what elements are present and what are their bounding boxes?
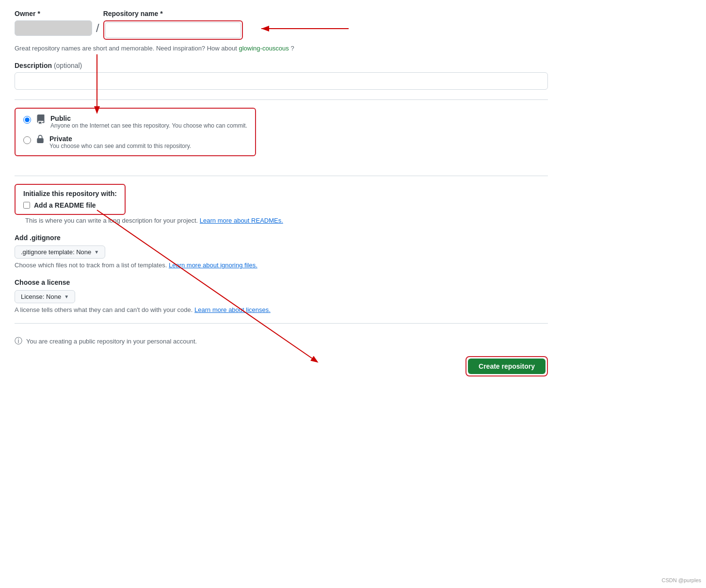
gitignore-section: Add .gitignore .gitignore template: None… — [15, 234, 548, 269]
license-dropdown[interactable]: License: None ▼ — [15, 290, 75, 303]
info-icon: ⓘ — [15, 336, 22, 346]
description-section: Description (optional) — [15, 62, 548, 90]
owner-input[interactable] — [15, 20, 92, 36]
visibility-section: Public Anyone on the Internet can see th… — [15, 108, 256, 156]
chevron-down-icon: ▼ — [94, 249, 99, 255]
chevron-down-icon-2: ▼ — [64, 294, 69, 299]
arrow-to-repo — [257, 21, 353, 36]
license-section: Choose a license License: None ▼ A licen… — [15, 278, 548, 313]
public-radio[interactable] — [23, 116, 31, 124]
initialize-title: Initialize this repository with: — [23, 190, 117, 197]
private-title: Private — [49, 135, 191, 143]
divider-3 — [15, 323, 548, 324]
gitignore-desc: Choose which files not to track from a l… — [15, 261, 548, 269]
slash-divider: / — [96, 21, 99, 35]
readme-label: Add a README file — [34, 201, 96, 209]
repo-name-label: Repository name * — [103, 10, 243, 17]
license-desc: A license tells others what they can and… — [15, 306, 548, 313]
notice-section: ⓘ You are creating a public repository i… — [15, 331, 548, 346]
public-option: Public Anyone on the Internet can see th… — [23, 114, 247, 129]
lock-icon — [36, 135, 45, 146]
repo-name-input[interactable] — [105, 22, 241, 38]
description-optional: (optional) — [54, 62, 82, 69]
private-option: Private You choose who can see and commi… — [23, 135, 247, 149]
private-text: Private You choose who can see and commi… — [49, 135, 191, 149]
gitignore-link[interactable]: Learn more about ignoring files. — [169, 261, 257, 269]
repo-name-input-wrapper — [103, 20, 243, 40]
private-desc: You choose who can see and commit to thi… — [49, 143, 191, 149]
readme-checkbox[interactable] — [23, 202, 30, 209]
create-btn-wrapper: Create repository — [465, 356, 548, 376]
suggestion-text: Great repository names are short and mem… — [15, 45, 548, 52]
repo-icon — [36, 114, 46, 127]
create-section: Create repository — [15, 356, 548, 376]
public-title: Public — [50, 114, 247, 122]
description-label: Description (optional) — [15, 62, 548, 69]
readme-link[interactable]: Learn more about READMEs. — [200, 217, 283, 224]
private-radio[interactable] — [23, 136, 31, 144]
gitignore-title: Add .gitignore — [15, 234, 548, 242]
public-text: Public Anyone on the Internet can see th… — [50, 114, 247, 129]
license-title: Choose a license — [15, 278, 548, 286]
divider-2 — [15, 176, 548, 176]
readme-option: Add a README file — [23, 201, 117, 209]
public-desc: Anyone on the Internet can see this repo… — [50, 122, 247, 129]
initialize-section: Initialize this repository with: Add a R… — [15, 184, 548, 224]
owner-label: Owner * — [15, 10, 92, 17]
notice-text: You are creating a public repository in … — [26, 338, 197, 345]
create-repository-button[interactable]: Create repository — [468, 359, 546, 374]
initialize-box: Initialize this repository with: Add a R… — [15, 184, 126, 215]
divider-1 — [15, 99, 548, 100]
readme-desc: This is where you can write a long descr… — [25, 217, 548, 224]
license-link[interactable]: Learn more about licenses. — [194, 306, 271, 313]
gitignore-dropdown[interactable]: .gitignore template: None ▼ — [15, 245, 105, 259]
suggestion-name: glowing-couscous — [239, 45, 289, 52]
description-input[interactable] — [15, 72, 548, 90]
